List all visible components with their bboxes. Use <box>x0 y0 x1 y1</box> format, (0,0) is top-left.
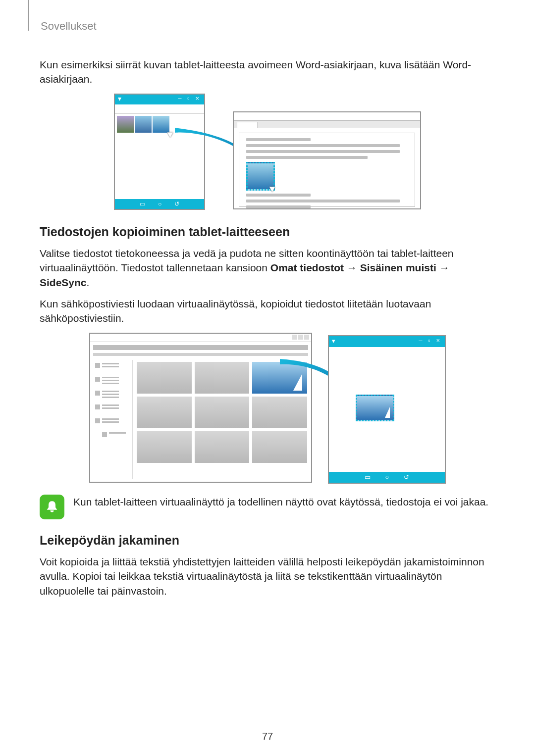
back-icon: ↺ <box>404 473 409 481</box>
section-header: Sovellukset <box>41 20 495 33</box>
file-thumb <box>195 362 250 394</box>
file-thumb <box>252 431 307 463</box>
text-line <box>246 194 311 197</box>
arrow-icon: → <box>344 262 360 273</box>
figure-drag-to-tablet: ▾ – ▫ × ▭ ○ ↺ <box>89 333 446 484</box>
window-controls-icon: – ▫ × <box>178 95 201 102</box>
home-icon: ○ <box>385 473 389 481</box>
explorer-sidebar <box>90 360 133 479</box>
text-line <box>246 205 311 208</box>
note-callout: Kun tablet-laitteen virtuaalinäyttö ja t… <box>40 495 495 519</box>
tablet-navbar: ▭ ○ ↺ <box>115 199 204 209</box>
window-controls-icon: – ▫ × <box>419 337 442 344</box>
explorer-addressbar <box>93 353 308 356</box>
tablet-titlebar: ▾ – ▫ × <box>115 95 204 104</box>
figure-drag-to-word: ▾ – ▫ × ▭ ○ ↺ <box>114 94 421 210</box>
path-segment: SideSync <box>40 277 87 288</box>
note-bell-icon <box>40 495 64 519</box>
file-thumb <box>137 397 192 428</box>
left-margin-rule <box>28 0 29 31</box>
home-icon: ○ <box>158 201 161 207</box>
paragraph-copy-instructions: Valitse tiedostot tietokoneessa ja vedä … <box>40 246 495 290</box>
path-segment: Omat tiedostot <box>270 262 344 273</box>
thumb-image <box>117 116 134 133</box>
thumb-image <box>135 116 152 133</box>
tablet-toolbar <box>115 104 204 114</box>
heading-clipboard-sharing: Leikepöydän jakaminen <box>40 533 495 548</box>
chevron-down-icon: ▾ <box>118 95 121 102</box>
back-icon: ↺ <box>174 201 179 207</box>
word-window-mock <box>233 111 421 209</box>
tablet-mock: ▾ – ▫ × ▭ ○ ↺ <box>328 335 446 484</box>
file-thumb <box>137 431 192 463</box>
tablet-navbar: ▭ ○ ↺ <box>329 472 445 483</box>
text-line <box>246 200 400 202</box>
chevron-down-icon: ▾ <box>332 337 335 345</box>
dropped-image-placeholder <box>356 395 394 421</box>
note-text: Kun tablet-laitteen virtuaalinäyttö ja t… <box>73 495 488 519</box>
word-document-area <box>239 133 415 207</box>
explorer-titlebar <box>90 334 311 342</box>
page-number: 77 <box>0 731 535 742</box>
arrow-icon: → <box>436 262 450 273</box>
file-thumb <box>195 397 250 428</box>
word-tab <box>237 122 258 128</box>
paragraph-email-note: Kun sähköpostiviesti luodaan virtuaalinä… <box>40 297 495 326</box>
text-line <box>246 156 368 159</box>
recent-icon: ▭ <box>365 473 371 481</box>
recent-icon: ▭ <box>140 201 145 207</box>
window-buttons <box>292 335 309 340</box>
text-line <box>246 150 400 153</box>
intro-paragraph: Kun esimerkiksi siirrät kuvan tablet-lai… <box>40 57 495 87</box>
cursor-icon <box>269 184 277 192</box>
text-line <box>246 144 400 147</box>
paragraph-clipboard: Voit kopioida ja liittää tekstiä yhdiste… <box>40 554 495 598</box>
tablet-titlebar: ▾ – ▫ × <box>329 336 445 347</box>
thumb-image-dragging <box>153 116 169 133</box>
file-thumb <box>137 362 192 394</box>
path-segment: Sisäinen muisti <box>360 262 436 273</box>
explorer-ribbon <box>93 345 308 350</box>
word-tabbar <box>234 121 420 128</box>
heading-copy-to-tablet: Tiedostojen kopioiminen tablet-laitteese… <box>40 225 495 239</box>
file-thumb <box>195 431 250 463</box>
word-titlebar <box>234 112 420 121</box>
text-span: . <box>87 277 90 288</box>
dropped-image-placeholder <box>246 162 275 191</box>
text-line <box>246 138 311 141</box>
